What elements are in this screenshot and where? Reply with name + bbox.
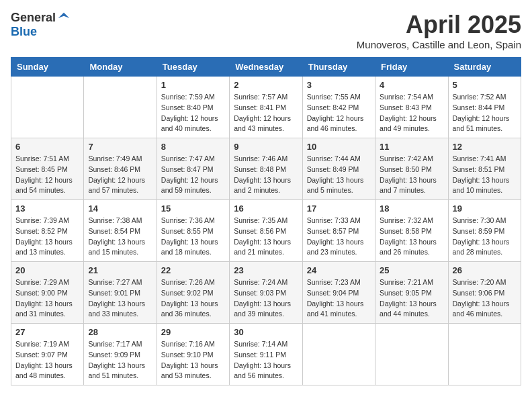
calendar-cell: 1Sunrise: 7:59 AMSunset: 8:40 PMDaylight… [157, 77, 229, 138]
title-area: April 2025 Munoveros, Castille and Leon,… [357, 11, 521, 50]
day-info: Sunrise: 7:42 AMSunset: 8:50 PMDaylight:… [380, 154, 443, 196]
calendar-cell: 30Sunrise: 7:14 AMSunset: 9:11 PMDayligh… [230, 324, 302, 385]
calendar-week-row: 27Sunrise: 7:19 AMSunset: 9:07 PMDayligh… [11, 324, 521, 385]
calendar-week-row: 20Sunrise: 7:29 AMSunset: 9:00 PMDayligh… [11, 262, 521, 324]
day-info: Sunrise: 7:16 AMSunset: 9:10 PMDaylight:… [161, 339, 225, 381]
calendar-cell [302, 324, 375, 385]
day-number: 25 [380, 265, 443, 275]
calendar-header: SundayMondayTuesdayWednesdayThursdayFrid… [11, 58, 521, 77]
calendar-cell [11, 77, 84, 138]
location-title: Munoveros, Castille and Leon, Spain [357, 39, 521, 50]
logo-icon [57, 11, 71, 25]
calendar-cell: 23Sunrise: 7:24 AMSunset: 9:03 PMDayligh… [230, 262, 302, 324]
day-number: 15 [161, 203, 225, 214]
calendar-cell: 7Sunrise: 7:49 AMSunset: 8:46 PMDaylight… [84, 138, 157, 200]
calendar-cell: 9Sunrise: 7:46 AMSunset: 8:48 PMDaylight… [230, 138, 302, 200]
calendar-cell: 14Sunrise: 7:38 AMSunset: 8:54 PMDayligh… [84, 200, 157, 262]
weekday-header: Saturday [448, 58, 521, 77]
calendar-cell: 12Sunrise: 7:41 AMSunset: 8:51 PMDayligh… [448, 138, 521, 200]
day-info: Sunrise: 7:57 AMSunset: 8:41 PMDaylight:… [234, 92, 298, 134]
day-info: Sunrise: 7:38 AMSunset: 8:54 PMDaylight:… [88, 216, 152, 258]
weekday-header: Friday [375, 58, 448, 77]
day-info: Sunrise: 7:39 AMSunset: 8:52 PMDaylight:… [15, 216, 79, 258]
day-number: 5 [453, 80, 517, 90]
day-info: Sunrise: 7:23 AMSunset: 9:04 PMDaylight:… [307, 277, 371, 320]
day-info: Sunrise: 7:33 AMSunset: 8:57 PMDaylight:… [307, 216, 371, 258]
day-info: Sunrise: 7:52 AMSunset: 8:44 PMDaylight:… [453, 92, 517, 134]
day-number: 19 [453, 203, 517, 214]
day-info: Sunrise: 7:51 AMSunset: 8:45 PMDaylight:… [15, 154, 79, 196]
day-number: 7 [88, 142, 152, 152]
weekday-header: Monday [84, 58, 157, 77]
calendar-cell: 26Sunrise: 7:20 AMSunset: 9:06 PMDayligh… [448, 262, 521, 324]
calendar-cell: 6Sunrise: 7:51 AMSunset: 8:45 PMDaylight… [11, 138, 84, 200]
day-info: Sunrise: 7:29 AMSunset: 9:00 PMDaylight:… [15, 277, 79, 320]
calendar-cell: 28Sunrise: 7:17 AMSunset: 9:09 PMDayligh… [84, 324, 157, 385]
day-info: Sunrise: 7:20 AMSunset: 9:06 PMDaylight:… [453, 277, 517, 320]
day-info: Sunrise: 7:35 AMSunset: 8:56 PMDaylight:… [234, 216, 298, 258]
calendar-cell: 15Sunrise: 7:36 AMSunset: 8:55 PMDayligh… [157, 200, 229, 262]
calendar-cell [448, 324, 521, 385]
day-number: 22 [161, 265, 225, 275]
calendar-cell: 2Sunrise: 7:57 AMSunset: 8:41 PMDaylight… [230, 77, 302, 138]
day-info: Sunrise: 7:49 AMSunset: 8:46 PMDaylight:… [88, 154, 152, 196]
day-number: 3 [307, 80, 371, 90]
logo-blue-text: Blue [11, 25, 37, 39]
calendar-cell: 4Sunrise: 7:54 AMSunset: 8:43 PMDaylight… [375, 77, 448, 138]
calendar-cell: 18Sunrise: 7:32 AMSunset: 8:58 PMDayligh… [375, 200, 448, 262]
calendar-cell: 22Sunrise: 7:26 AMSunset: 9:02 PMDayligh… [157, 262, 229, 324]
day-number: 16 [234, 203, 298, 214]
header-row: SundayMondayTuesdayWednesdayThursdayFrid… [11, 58, 521, 77]
day-number: 6 [15, 142, 79, 152]
day-number: 1 [161, 80, 225, 90]
day-number: 18 [380, 203, 443, 214]
calendar-body: 1Sunrise: 7:59 AMSunset: 8:40 PMDaylight… [11, 77, 521, 385]
day-number: 4 [380, 80, 443, 90]
weekday-header: Wednesday [230, 58, 302, 77]
day-number: 28 [88, 327, 152, 337]
day-info: Sunrise: 7:24 AMSunset: 9:03 PMDaylight:… [234, 277, 298, 320]
day-info: Sunrise: 7:55 AMSunset: 8:42 PMDaylight:… [307, 92, 371, 134]
day-number: 29 [161, 327, 225, 337]
day-info: Sunrise: 7:59 AMSunset: 8:40 PMDaylight:… [161, 92, 225, 134]
day-number: 21 [88, 265, 152, 275]
day-info: Sunrise: 7:44 AMSunset: 8:49 PMDaylight:… [307, 154, 371, 196]
day-info: Sunrise: 7:32 AMSunset: 8:58 PMDaylight:… [380, 216, 443, 258]
day-info: Sunrise: 7:54 AMSunset: 8:43 PMDaylight:… [380, 92, 443, 134]
weekday-header: Thursday [302, 58, 375, 77]
day-number: 9 [234, 142, 298, 152]
calendar-cell: 25Sunrise: 7:21 AMSunset: 9:05 PMDayligh… [375, 262, 448, 324]
logo-general-text: General [11, 11, 56, 25]
day-number: 20 [15, 265, 79, 275]
calendar-cell: 24Sunrise: 7:23 AMSunset: 9:04 PMDayligh… [302, 262, 375, 324]
calendar-cell: 13Sunrise: 7:39 AMSunset: 8:52 PMDayligh… [11, 200, 84, 262]
day-number: 27 [15, 327, 79, 337]
calendar-cell: 17Sunrise: 7:33 AMSunset: 8:57 PMDayligh… [302, 200, 375, 262]
day-info: Sunrise: 7:27 AMSunset: 9:01 PMDaylight:… [88, 277, 152, 320]
day-info: Sunrise: 7:19 AMSunset: 9:07 PMDaylight:… [15, 339, 79, 381]
weekday-header: Sunday [11, 58, 84, 77]
day-info: Sunrise: 7:30 AMSunset: 8:59 PMDaylight:… [453, 216, 517, 258]
day-number: 12 [453, 142, 517, 152]
svg-marker-0 [58, 12, 70, 17]
calendar-cell: 16Sunrise: 7:35 AMSunset: 8:56 PMDayligh… [230, 200, 302, 262]
day-number: 8 [161, 142, 225, 152]
calendar-cell: 21Sunrise: 7:27 AMSunset: 9:01 PMDayligh… [84, 262, 157, 324]
calendar-table: SundayMondayTuesdayWednesdayThursdayFrid… [11, 57, 521, 385]
day-number: 17 [307, 203, 371, 214]
day-info: Sunrise: 7:47 AMSunset: 8:47 PMDaylight:… [161, 154, 225, 196]
day-info: Sunrise: 7:14 AMSunset: 9:11 PMDaylight:… [234, 339, 298, 381]
logo: General Blue [11, 11, 71, 39]
day-number: 24 [307, 265, 371, 275]
calendar-cell: 3Sunrise: 7:55 AMSunset: 8:42 PMDaylight… [302, 77, 375, 138]
calendar-week-row: 13Sunrise: 7:39 AMSunset: 8:52 PMDayligh… [11, 200, 521, 262]
calendar-cell: 5Sunrise: 7:52 AMSunset: 8:44 PMDaylight… [448, 77, 521, 138]
day-number: 13 [15, 203, 79, 214]
calendar-cell: 27Sunrise: 7:19 AMSunset: 9:07 PMDayligh… [11, 324, 84, 385]
calendar-cell: 29Sunrise: 7:16 AMSunset: 9:10 PMDayligh… [157, 324, 229, 385]
day-info: Sunrise: 7:41 AMSunset: 8:51 PMDaylight:… [453, 154, 517, 196]
day-info: Sunrise: 7:21 AMSunset: 9:05 PMDaylight:… [380, 277, 443, 320]
day-number: 26 [453, 265, 517, 275]
day-number: 11 [380, 142, 443, 152]
day-number: 10 [307, 142, 371, 152]
